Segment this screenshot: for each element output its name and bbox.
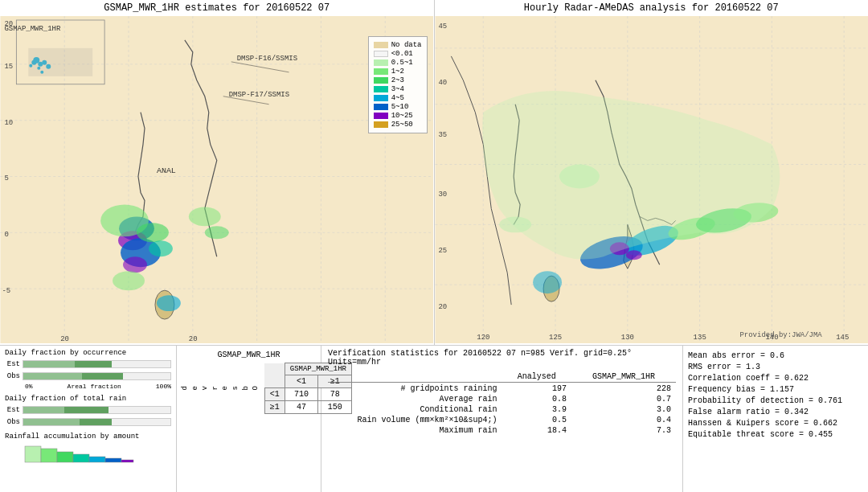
- legend-label-3-4: 3~4: [391, 85, 404, 93]
- axis-labels-1: 0% Areal fraction 100%: [5, 383, 171, 390]
- est-label-1: Est: [5, 360, 23, 368]
- svg-point-24: [37, 67, 40, 70]
- stat-row-gridpoints-col1: 197: [502, 383, 572, 395]
- bar-fill-obs1b: [82, 373, 123, 379]
- svg-text:145: 145: [836, 334, 849, 342]
- legend-label-05-1: 0.5~1: [391, 59, 413, 67]
- bar-row-est2: Est: [5, 404, 171, 416]
- stat-row-condrain-col2: 3.0: [571, 404, 676, 415]
- right-stats-panel: Mean abs error = 0.6 RMS error = 1.3 Cor…: [683, 346, 868, 492]
- col-header-gsmap: GSMAP_MWR_1HR: [571, 371, 676, 383]
- legend-label-5-10: 5~10: [391, 103, 409, 111]
- svg-point-39: [205, 226, 229, 239]
- legend-item-3-4: 3~4: [374, 85, 422, 93]
- right-map-canvas: 45 40 35 30 25 20 120 125 130 135 140 14…: [435, 16, 869, 343]
- svg-text:5: 5: [4, 174, 8, 182]
- right-map-title: Hourly Radar-AMeDAS analysis for 2016052…: [435, 0, 869, 16]
- sat-label-f17: DMSP-F17/SSMIS: [229, 91, 289, 99]
- svg-point-21: [29, 64, 32, 68]
- legend: No data <0.01 0.5~1 1~2: [368, 36, 428, 133]
- legend-color-3-4: [374, 86, 388, 92]
- legend-color-5-10: [374, 104, 388, 110]
- bar-fill-est1b: [75, 361, 112, 367]
- contingency-table-panel: GSMAP_MWR_1HR Observed GSMAP_MWR_1HR <1 …: [177, 346, 321, 492]
- chart-accumulation-label: Rainfall accumulation by amount: [5, 433, 171, 441]
- bar-fill-obs2b: [80, 419, 112, 425]
- obs-label-2: Obs: [5, 418, 23, 426]
- svg-text:125: 125: [549, 334, 562, 342]
- svg-point-26: [40, 71, 43, 74]
- legend-label-10-25: 10~25: [391, 112, 413, 120]
- legend-item-4-5: 4~5: [374, 94, 422, 102]
- legend-color-4-5: [374, 95, 388, 101]
- bar-fill-est2b: [64, 407, 108, 413]
- chart-total-rain-label: Daily fraction of total rain: [5, 395, 171, 403]
- legend-color-1-2: [374, 68, 388, 75]
- svg-rect-82: [73, 454, 89, 462]
- cont-table-title: GSMAP_MWR_1HR: [180, 351, 317, 359]
- legend-label-25-50: 25~50: [391, 121, 413, 129]
- svg-text:-5: -5: [2, 287, 10, 295]
- svg-point-27: [46, 64, 51, 69]
- stat-row-maxrain-col2: 7.3: [571, 425, 676, 436]
- stat-row-condrain-col1: 3.9: [502, 404, 572, 415]
- verification-title: Verification statistics for 20160522 07 …: [328, 349, 676, 367]
- bar-fill-est1: [23, 361, 75, 367]
- svg-rect-83: [89, 457, 105, 462]
- svg-rect-81: [57, 452, 73, 462]
- col-header-lt1: <1: [285, 375, 318, 388]
- chart-occurrence-label: Daily fraction by occurrence: [5, 349, 171, 357]
- stat-row-maxrain-label: Maximum rain: [328, 425, 502, 436]
- bar-container-obs2: [23, 418, 171, 426]
- svg-text:10: 10: [4, 119, 13, 127]
- svg-rect-85: [121, 460, 133, 462]
- bar-row-est1: Est: [5, 359, 171, 370]
- legend-label-2-3: 2~3: [391, 76, 404, 84]
- row-header-lt1: <1: [264, 388, 285, 401]
- verification-table: Analysed GSMAP_MWR_1HR # gridpoints rain…: [328, 371, 676, 436]
- svg-text:135: 135: [693, 334, 706, 342]
- svg-text:25: 25: [438, 247, 447, 255]
- cell-c: 47: [285, 401, 318, 414]
- svg-text:20: 20: [60, 335, 69, 343]
- col-header-analysed: Analysed: [502, 371, 572, 383]
- svg-text:120: 120: [477, 334, 489, 342]
- legend-color-nodata: [374, 42, 388, 48]
- bar-fill-obs2: [23, 419, 80, 425]
- legend-item-2-3: 2~3: [374, 76, 422, 84]
- legend-item-5-10: 5~10: [374, 103, 422, 111]
- svg-point-25: [42, 60, 47, 65]
- left-map-panel: GSMAP_MWR_1HR estimates for 20160522 07: [0, 0, 435, 345]
- svg-point-38: [189, 207, 221, 226]
- legend-label-nodata: No data: [391, 41, 422, 49]
- svg-point-36: [113, 271, 145, 290]
- legend-color-25-50: [374, 121, 388, 128]
- chart-accumulation: Rainfall accumulation by amount: [5, 433, 171, 469]
- bar-fill-est2: [23, 407, 64, 413]
- svg-point-35: [149, 240, 173, 256]
- bar-row-obs2: Obs: [5, 416, 171, 428]
- legend-item-1-2: 1~2: [374, 68, 422, 76]
- legend-color-2-3: [374, 77, 388, 84]
- left-map-title: GSMAP_MWR_1HR estimates for 20160522 07: [0, 0, 434, 16]
- accumulation-chart: [5, 442, 141, 466]
- svg-text:20: 20: [189, 335, 198, 343]
- chart-occurrence: Daily fraction by occurrence Est Obs: [5, 349, 171, 390]
- legend-item-nodata: No data: [374, 41, 422, 49]
- stat-row-gridpoints-label: # gridpoints raining: [328, 383, 502, 395]
- row-header-ge1: ≥1: [264, 401, 285, 414]
- legend-item-lt001: <0.01: [374, 50, 422, 58]
- stat-row-gridpoints-col2: 228: [571, 383, 676, 395]
- stat-pod: Probability of detection = 0.761: [688, 396, 863, 405]
- main-container: GSMAP_MWR_1HR estimates for 20160522 07: [0, 0, 868, 492]
- svg-text:35: 35: [438, 131, 447, 139]
- svg-rect-80: [41, 449, 57, 462]
- right-map-svg: 45 40 35 30 25 20 120 125 130 135 140 14…: [435, 16, 869, 343]
- svg-point-78: [533, 271, 562, 293]
- bar-fill-obs1: [23, 373, 82, 379]
- stat-freq-bias: Frequency bias = 1.157: [688, 385, 863, 394]
- est-label-2: Est: [5, 406, 23, 414]
- obs-label-1: Obs: [5, 372, 23, 380]
- corner-label: GSMAP_MWR_1HR: [4, 25, 61, 33]
- legend-label-4-5: 4~5: [391, 94, 404, 102]
